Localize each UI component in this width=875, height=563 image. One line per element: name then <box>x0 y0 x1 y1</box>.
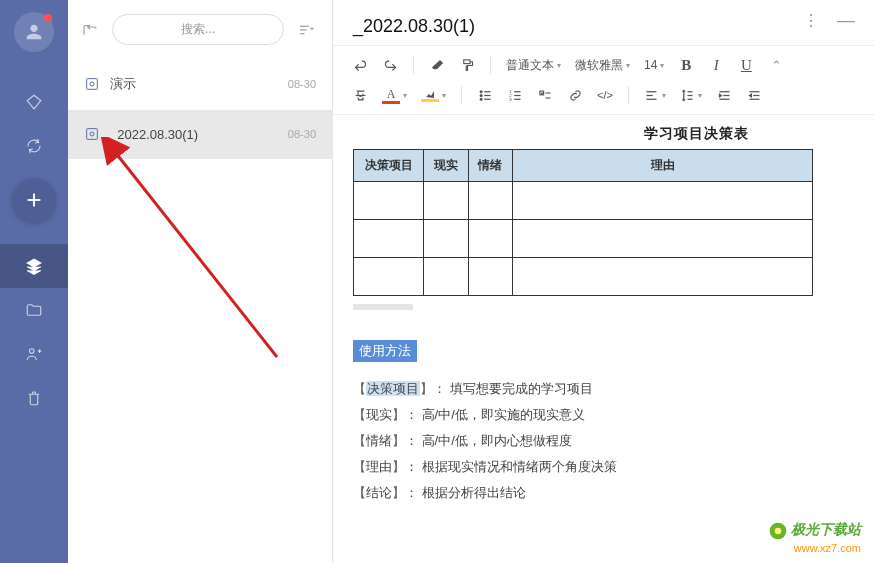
svg-rect-12 <box>463 59 469 63</box>
svg-point-11 <box>90 132 94 136</box>
note-type-icon <box>84 126 100 142</box>
note-item[interactable]: 演示 08-30 <box>68 59 332 110</box>
highlight-button[interactable]: ▾ <box>416 85 451 105</box>
editor-header: _2022.08.30(1) <box>333 0 875 45</box>
add-button[interactable] <box>12 178 56 222</box>
checklist-icon[interactable] <box>532 82 558 108</box>
up-folder-icon[interactable] <box>78 18 102 42</box>
document-title[interactable]: _2022.08.30(1) <box>353 16 855 37</box>
svg-point-2 <box>30 349 35 354</box>
bold-button[interactable]: B <box>673 52 699 78</box>
numbered-list-icon[interactable]: 123 <box>502 82 528 108</box>
editor-panel: ⋮ — _2022.08.30(1) 普通文本▾ 微软雅黑▾ 14▾ B I U… <box>333 0 875 563</box>
line-height-button[interactable]: ▾ <box>675 85 707 106</box>
diamond-icon[interactable] <box>0 80 68 124</box>
th-item: 决策项目 <box>354 150 424 182</box>
note-item[interactable]: _2022.08.30(1) 08-30 <box>68 110 332 159</box>
usage-line: 【理由】： 根据现实情况和情绪两个角度决策 <box>353 458 855 476</box>
redo-icon[interactable] <box>377 52 403 78</box>
strikethrough-icon[interactable] <box>347 82 373 108</box>
note-title: 演示 <box>110 75 288 93</box>
editor-content[interactable]: 学学习项目决策表 决策项目 现实 情绪 理由 使用方法 【决策项目】： 填写想要… <box>333 115 875 563</box>
decision-table[interactable]: 决策项目 现实 情绪 理由 <box>353 149 813 296</box>
note-list-panel: 搜索... 演示 08-30 _2022.08.30(1) 08-30 <box>68 0 333 563</box>
italic-button[interactable]: I <box>703 52 729 78</box>
indent-decrease-icon[interactable] <box>741 82 767 108</box>
usage-line: 【情绪】： 高/中/低，即内心想做程度 <box>353 432 855 450</box>
note-date: 08-30 <box>288 78 316 90</box>
folder-icon[interactable] <box>0 288 68 332</box>
trash-icon[interactable] <box>0 376 68 420</box>
note-date: 08-30 <box>288 128 316 140</box>
text-style-select[interactable]: 普通文本▾ <box>501 54 566 77</box>
table-row <box>354 182 813 220</box>
sidebar <box>0 0 68 563</box>
font-size-select[interactable]: 14▾ <box>639 55 669 75</box>
stack-icon[interactable] <box>0 244 68 288</box>
th-emotion: 情绪 <box>468 150 512 182</box>
undo-icon[interactable] <box>347 52 373 78</box>
more-icon[interactable]: ⋮ <box>803 11 819 30</box>
table-row <box>354 220 813 258</box>
svg-text:3: 3 <box>509 96 512 101</box>
note-title: _2022.08.30(1) <box>110 127 288 142</box>
align-button[interactable]: ▾ <box>639 85 671 106</box>
th-reality: 现实 <box>424 150 468 182</box>
list-header: 搜索... <box>68 0 332 59</box>
svg-point-14 <box>480 90 482 92</box>
bullet-list-icon[interactable] <box>472 82 498 108</box>
font-family-select[interactable]: 微软雅黑▾ <box>570 54 635 77</box>
expand-toolbar-icon[interactable]: ⌃ <box>763 52 789 78</box>
section-title: 学学习项目决策表 <box>353 125 855 143</box>
th-reason: 理由 <box>513 150 813 182</box>
usage-title: 使用方法 <box>353 340 417 362</box>
usage-line: 【现实】： 高/中/低，即实施的现实意义 <box>353 406 855 424</box>
usage-line: 【结论】： 根据分析得出结论 <box>353 484 855 502</box>
search-input[interactable]: 搜索... <box>112 14 284 45</box>
sort-icon[interactable] <box>294 18 318 42</box>
code-icon[interactable]: </> <box>592 82 618 108</box>
svg-rect-8 <box>87 79 98 90</box>
toolbar: 普通文本▾ 微软雅黑▾ 14▾ B I U ⌃ A▾ ▾ 123 </> ▾ <box>333 45 875 115</box>
share-icon[interactable] <box>0 332 68 376</box>
font-color-button[interactable]: A▾ <box>377 84 412 107</box>
underline-button[interactable]: U <box>733 52 759 78</box>
table-drag-handle[interactable] <box>353 304 413 310</box>
table-row <box>354 258 813 296</box>
format-painter-icon[interactable] <box>454 52 480 78</box>
svg-rect-10 <box>87 129 98 140</box>
indent-increase-icon[interactable] <box>711 82 737 108</box>
link-icon[interactable] <box>562 82 588 108</box>
eraser-icon[interactable] <box>424 52 450 78</box>
svg-point-18 <box>480 98 482 100</box>
svg-point-9 <box>90 82 94 86</box>
avatar[interactable] <box>14 12 54 52</box>
header-actions: ⋮ — <box>803 10 855 31</box>
sync-icon[interactable] <box>0 124 68 168</box>
usage-line: 【决策项目】： 填写想要完成的学习项目 <box>353 380 855 398</box>
svg-point-16 <box>480 94 482 96</box>
note-type-icon <box>84 76 100 92</box>
minimize-icon[interactable]: — <box>837 10 855 31</box>
